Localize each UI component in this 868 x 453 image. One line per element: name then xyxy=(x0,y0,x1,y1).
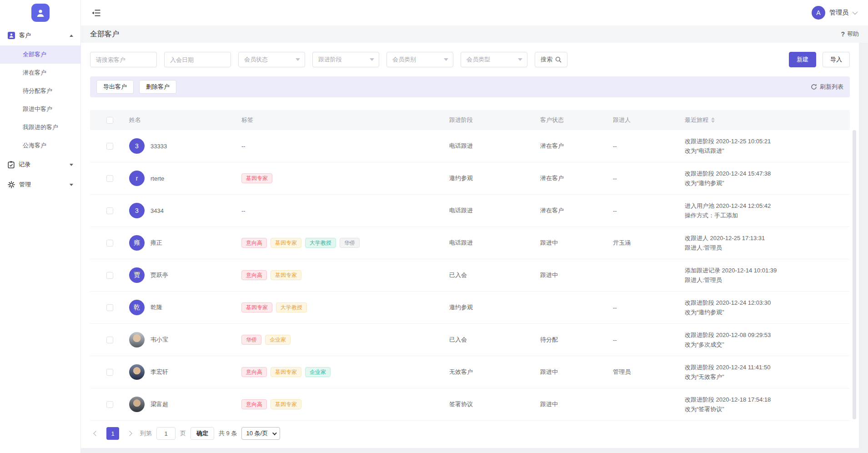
avatar-letter: 乾 xyxy=(134,303,140,312)
import-button[interactable]: 导入 xyxy=(823,52,850,67)
select-all-checkbox[interactable] xyxy=(106,117,113,124)
goto-page-input[interactable] xyxy=(156,427,176,440)
filter-selects: 会员状态跟进阶段会员类别会员类型 xyxy=(238,52,527,67)
journey-line-2: 改为“邀约参观” xyxy=(685,307,832,317)
filter-select-0[interactable]: 会员状态 xyxy=(238,52,305,67)
row-checkbox[interactable] xyxy=(106,143,113,150)
row-checkbox[interactable] xyxy=(106,401,113,408)
confirm-page-button[interactable]: 确定 xyxy=(191,427,214,440)
page-number-button[interactable]: 1 xyxy=(106,427,119,440)
export-customers-button[interactable]: 导出客户 xyxy=(96,80,134,94)
row-checkbox[interactable] xyxy=(106,272,113,279)
tag: 意向高 xyxy=(241,399,267,409)
column-header-stage: 跟进阶段 xyxy=(449,116,540,124)
avatar xyxy=(129,397,145,412)
sidebar-subitem-0[interactable]: 全部客户 xyxy=(0,45,80,64)
journey-line-1: 改跟进阶段 2020-12-24 12:03:30 xyxy=(685,298,832,307)
journey-line-1: 改跟进阶段 2020-12-24 15:47:38 xyxy=(685,169,832,178)
refresh-label: 刷新列表 xyxy=(820,83,843,91)
tags-empty: -- xyxy=(241,207,246,214)
chevron-down-icon xyxy=(444,58,448,63)
user-menu[interactable]: A 管理员 xyxy=(812,6,856,20)
sidebar-subitem-1[interactable]: 潜在客户 xyxy=(0,64,80,82)
row-checkbox[interactable] xyxy=(106,304,113,311)
filter-select-2[interactable]: 会员类别 xyxy=(386,52,453,67)
chevron-down-icon xyxy=(370,58,374,63)
search-button[interactable]: 搜索 xyxy=(535,52,567,67)
stage-cell: 签署协议 xyxy=(449,400,540,408)
create-button[interactable]: 新建 xyxy=(789,52,816,67)
customer-name: 雍正 xyxy=(151,239,162,247)
sidebar-item-label: 记录 xyxy=(19,161,30,169)
tag: 企业家 xyxy=(305,367,331,377)
sidebar-subitem-3[interactable]: 跟进中客户 xyxy=(0,100,80,118)
status-cell: 潜在客户 xyxy=(540,206,613,215)
next-page-button[interactable] xyxy=(124,427,135,440)
help-button[interactable]: ? 帮助 xyxy=(841,30,859,38)
search-input[interactable] xyxy=(90,52,157,67)
tag: 基因专家 xyxy=(271,367,301,377)
status-cell: 跟进中 xyxy=(540,239,613,247)
pagination: 1 到第 页 确定 共 9 条 10 条/页 xyxy=(90,427,850,440)
row-checkbox[interactable] xyxy=(106,369,113,376)
chevron-down-icon xyxy=(853,10,858,15)
user-avatar: A xyxy=(812,6,825,20)
content-card: 会员状态跟进阶段会员类别会员类型 搜索 新建 导入 导出客户 删除客户 刷新列表 xyxy=(81,43,859,448)
tags-empty: -- xyxy=(241,143,246,150)
journey-line-1: 改跟进阶段 2020-12-18 17:54:18 xyxy=(685,395,832,404)
sidebar-item-records[interactable]: 记录 xyxy=(0,155,80,175)
refresh-icon xyxy=(811,84,817,90)
table-row: 韦小宝华侨企业家已入会待分配--改跟进阶段 2020-12-08 09:29:5… xyxy=(90,324,850,356)
row-checkbox[interactable] xyxy=(106,175,113,182)
follower-cell: 管理员 xyxy=(613,368,685,376)
chevron-right-icon xyxy=(127,431,132,436)
delete-customers-button[interactable]: 删除客户 xyxy=(139,80,176,94)
journey-line-1: 改跟进阶段 2020-12-24 11:41:50 xyxy=(685,362,832,372)
sidebar-subitem-4[interactable]: 我跟进的客户 xyxy=(0,118,80,136)
tags-cell: 基因专家 xyxy=(241,173,449,183)
journey-line-2: 改为“多次成交” xyxy=(685,340,832,349)
avatar: r xyxy=(129,171,145,186)
avatar: 3 xyxy=(129,138,145,154)
sidebar-item-admin[interactable]: 管理 xyxy=(0,175,80,195)
table-row: 贾贾跃亭意向高基因专家已入会跟进中添加跟进记录 2020-12-14 10:01… xyxy=(90,259,850,292)
tags-cell: 基因专家大学教授 xyxy=(241,302,449,312)
sidebar-item-customers[interactable]: 客户 xyxy=(0,25,80,45)
sort-toggle[interactable] xyxy=(711,116,715,125)
journey-cell: 改跟进阶段 2020-12-24 15:47:38改为“邀约参观” xyxy=(685,169,850,188)
sidebar-subitem-5[interactable]: 公海客户 xyxy=(0,136,80,155)
user-name: 管理员 xyxy=(829,9,848,17)
collapse-sidebar-icon[interactable] xyxy=(92,10,100,16)
column-header-status: 客户状态 xyxy=(540,116,613,124)
filter-select-1[interactable]: 跟进阶段 xyxy=(312,52,379,67)
stage-cell: 邀约参观 xyxy=(449,303,540,312)
stage-cell: 已入会 xyxy=(449,336,540,344)
follower-cell: -- xyxy=(613,304,685,311)
journey-cell: 改跟进阶段 2020-12-18 17:54:18改为“签署协议” xyxy=(685,395,850,414)
customer-name: 3434 xyxy=(151,207,164,214)
join-date-input[interactable] xyxy=(164,52,231,67)
filter-bar: 会员状态跟进阶段会员类别会员类型 搜索 新建 导入 xyxy=(90,52,850,67)
sidebar-subitem-2[interactable]: 待分配客户 xyxy=(0,82,80,100)
table-row: 33434--电话跟进潜在客户--进入用户池 2020-12-24 12:05:… xyxy=(90,195,850,227)
page-size-select[interactable]: 10 条/页 xyxy=(241,427,280,440)
follower-cell: -- xyxy=(613,207,685,214)
row-checkbox[interactable] xyxy=(106,207,113,214)
row-checkbox[interactable] xyxy=(106,337,113,343)
refresh-list-button[interactable]: 刷新列表 xyxy=(811,83,843,91)
prev-page-button[interactable] xyxy=(90,427,102,440)
chevron-down-icon xyxy=(518,58,522,63)
filter-select-value: 会员状态 xyxy=(244,55,268,64)
sort-desc-icon xyxy=(711,121,715,125)
table-scrollbar[interactable] xyxy=(853,130,856,419)
journey-line-2: 改为“无效客户” xyxy=(685,372,832,382)
journey-line-2: 改为“签署协议” xyxy=(685,404,832,414)
table-row: 雍雍正意向高基因专家大学教授华侨电话跟进跟进中亓玉涵改跟进人 2020-12-2… xyxy=(90,227,850,259)
row-checkbox[interactable] xyxy=(106,240,113,247)
avatar: 3 xyxy=(129,203,145,218)
status-cell: 潜在客户 xyxy=(540,142,613,150)
chevron-down-icon xyxy=(272,431,277,435)
journey-line-1: 改跟进阶段 2020-12-25 10:05:21 xyxy=(685,136,832,146)
titlebar: 全部客户 ? 帮助 xyxy=(81,25,868,43)
filter-select-3[interactable]: 会员类型 xyxy=(461,52,527,67)
